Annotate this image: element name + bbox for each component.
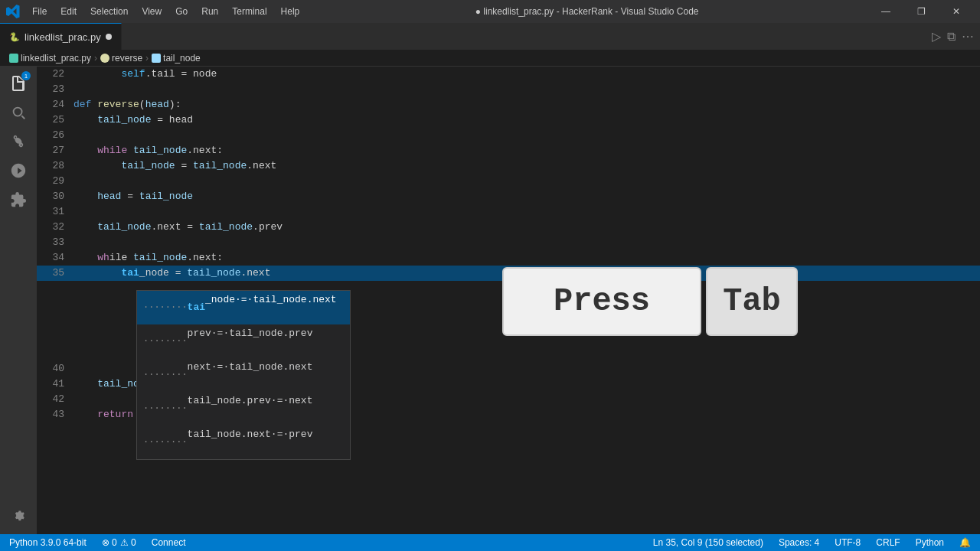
breadcrumb-function[interactable]: reverse <box>100 53 142 64</box>
spaces-status[interactable]: Spaces: 4 <box>776 537 822 548</box>
menu-go[interactable]: Go <box>169 5 194 18</box>
run-button[interactable]: ▷ <box>932 29 941 44</box>
cursor-position-status[interactable]: Ln 35, Col 9 (150 selected) <box>650 537 766 548</box>
activity-bar: 1 <box>0 67 37 534</box>
breadcrumb-sep1: › <box>94 53 97 64</box>
svg-point-1 <box>100 54 109 63</box>
errors-status[interactable]: ⊗ 0 ⚠ 0 <box>99 537 139 548</box>
minimize-button[interactable]: — <box>868 0 903 23</box>
titlebar-menus: File Edit Selection View Go Run Terminal… <box>26 5 305 18</box>
ac-item-0[interactable]: ········tai_node·=·tail_node.next <box>137 291 350 324</box>
status-bar: Python 3.9.0 64-bit ⊗ 0 ⚠ 0 Connect Ln 3… <box>0 534 980 551</box>
status-right: Ln 35, Col 9 (150 selected) Spaces: 4 UT… <box>650 537 974 548</box>
language-status[interactable]: Python <box>913 537 947 548</box>
code-line-30: 30 head = tail_node <box>37 189 980 204</box>
ac-item-2[interactable]: ········next·=·tail_node.next <box>137 358 350 392</box>
titlebar: File Edit Selection View Go Run Terminal… <box>0 0 980 23</box>
tab-modified-dot <box>106 34 112 40</box>
vscode-logo <box>6 5 20 18</box>
code-line-23: 23 <box>37 82 980 97</box>
search-icon[interactable] <box>5 99 32 126</box>
explorer-badge: 1 <box>21 71 31 80</box>
code-editor[interactable]: 22 self.tail = node 23 24 def reverse(he… <box>37 67 980 534</box>
breadcrumb-file[interactable]: linkedlist_prac.py <box>9 53 91 64</box>
svg-rect-0 <box>9 54 18 63</box>
ac-item-3[interactable]: ········tail_node.prev·=·next <box>137 392 350 425</box>
code-line-25: 25 tail_node = head <box>37 112 980 128</box>
autocomplete-dropdown[interactable]: ········tai_node·=·tail_node.next ······… <box>136 290 351 460</box>
press-tab-hint: Press Tab <box>502 267 798 336</box>
editor-pane: 22 self.tail = node 23 24 def reverse(he… <box>37 67 980 534</box>
editor-tab[interactable]: 🐍 linkedlist_prac.py <box>0 23 122 50</box>
window-title: ● linkedlist_prac.py - HackerRank - Visu… <box>312 6 862 17</box>
menu-run[interactable]: Run <box>195 5 224 18</box>
menu-selection[interactable]: Selection <box>84 5 134 18</box>
notification-bell[interactable]: 🔔 <box>956 537 974 548</box>
window-controls: — ❐ ✕ <box>868 0 974 23</box>
code-line-27: 27 while tail_node.next: <box>37 143 980 158</box>
menu-file[interactable]: File <box>26 5 53 18</box>
menu-edit[interactable]: Edit <box>54 5 83 18</box>
error-count: ⊗ 0 <box>102 537 117 548</box>
code-line-29: 29 <box>37 174 980 189</box>
code-line-32: 32 tail_node.next = tail_node.prev <box>37 220 980 235</box>
tab-filename: linkedlist_prac.py <box>24 31 101 43</box>
line-ending-status[interactable]: CRLF <box>873 537 903 548</box>
code-line-28: 28 tail_node = tail_node.next <box>37 158 980 174</box>
breadcrumb: linkedlist_prac.py › reverse › tail_node <box>0 50 980 67</box>
code-line-33: 33 <box>37 235 980 250</box>
main-layout: 1 22 self.tail = node 23 <box>0 67 980 534</box>
close-button[interactable]: ✕ <box>939 0 974 23</box>
ac-item-4[interactable]: ········tail_node.next·=·prev <box>137 425 350 459</box>
python-version-status[interactable]: Python 3.9.0 64-bit <box>6 537 90 548</box>
python-file-icon: 🐍 <box>9 32 20 42</box>
run-debug-icon[interactable] <box>5 157 32 184</box>
code-line-22: 22 self.tail = node <box>37 67 980 82</box>
breadcrumb-sep2: › <box>145 53 149 64</box>
press-key: Press <box>502 267 701 336</box>
tab-key: Tab <box>706 267 798 336</box>
ac-item-1[interactable]: ········prev·=·tail_node.prev <box>137 324 350 358</box>
status-left: Python 3.9.0 64-bit ⊗ 0 ⚠ 0 Connect <box>6 537 188 548</box>
svg-rect-2 <box>152 54 161 63</box>
code-line-26: 26 <box>37 128 980 143</box>
encoding-status[interactable]: UTF-8 <box>831 537 864 548</box>
warning-count: ⚠ 0 <box>120 537 136 548</box>
code-line-34: 34 while tail_node.next: <box>37 250 980 266</box>
code-line-24: 24 def reverse(head): <box>37 97 980 112</box>
menu-terminal[interactable]: Terminal <box>226 5 273 18</box>
more-actions-button[interactable]: ⋯ <box>962 29 974 44</box>
code-line-31: 31 <box>37 204 980 220</box>
menu-view[interactable]: View <box>136 5 168 18</box>
maximize-button[interactable]: ❐ <box>903 0 939 23</box>
split-editor-button[interactable]: ⧉ <box>947 30 956 44</box>
source-control-icon[interactable] <box>5 128 32 155</box>
settings-icon[interactable] <box>5 500 32 528</box>
extensions-icon[interactable] <box>5 186 32 214</box>
explorer-icon[interactable]: 1 <box>5 70 32 97</box>
menu-help[interactable]: Help <box>275 5 306 18</box>
connect-status[interactable]: Connect <box>149 537 189 548</box>
tabbar: 🐍 linkedlist_prac.py ▷ ⧉ ⋯ <box>0 23 980 50</box>
breadcrumb-symbol[interactable]: tail_node <box>152 53 201 64</box>
